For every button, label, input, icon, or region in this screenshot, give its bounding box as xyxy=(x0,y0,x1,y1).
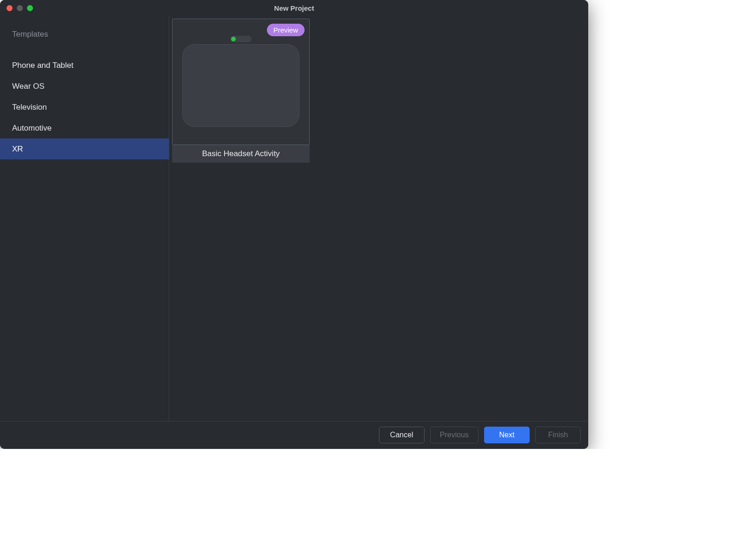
sidebar-item-label: Television xyxy=(12,103,47,112)
template-card-basic-headset-activity[interactable]: Preview Basic Headset Activity xyxy=(172,19,310,163)
headset-pill-icon xyxy=(230,36,252,42)
sidebar-item-label: XR xyxy=(12,145,23,154)
close-icon[interactable] xyxy=(7,5,13,11)
minimize-icon[interactable] xyxy=(17,5,23,11)
window-title: New Project xyxy=(0,4,588,12)
titlebar: New Project xyxy=(0,0,588,16)
sidebar-item-wear-os[interactable]: Wear OS xyxy=(0,76,169,97)
templates-grid: Preview Basic Headset Activity xyxy=(172,19,585,163)
sidebar-item-label: Automotive xyxy=(12,124,52,133)
sidebar-heading: Templates xyxy=(0,30,169,39)
next-button[interactable]: Next xyxy=(484,427,530,443)
cancel-button[interactable]: Cancel xyxy=(379,427,425,443)
template-preview: Preview xyxy=(172,19,310,145)
sidebar-item-xr[interactable]: XR xyxy=(0,138,169,159)
sidebar-item-television[interactable]: Television xyxy=(0,97,169,118)
footer: Cancel Previous Next Finish xyxy=(0,421,588,449)
finish-button: Finish xyxy=(535,427,581,443)
sidebar: Templates Phone and Tablet Wear OS Telev… xyxy=(0,16,169,421)
headset-screen-icon xyxy=(182,44,299,127)
traffic-lights xyxy=(0,5,33,11)
headset-mock-icon xyxy=(182,36,299,127)
template-title: Basic Headset Activity xyxy=(172,145,310,163)
sidebar-item-label: Wear OS xyxy=(12,82,45,91)
sidebar-item-phone-and-tablet[interactable]: Phone and Tablet xyxy=(0,55,169,76)
sidebar-item-automotive[interactable]: Automotive xyxy=(0,118,169,138)
new-project-window: New Project Templates Phone and Tablet W… xyxy=(0,0,588,449)
window-body: Templates Phone and Tablet Wear OS Telev… xyxy=(0,16,588,421)
sidebar-item-label: Phone and Tablet xyxy=(12,61,73,70)
templates-area: Preview Basic Headset Activity xyxy=(169,16,588,421)
zoom-icon[interactable] xyxy=(27,5,33,11)
preview-badge: Preview xyxy=(267,24,305,36)
previous-button: Previous xyxy=(430,427,478,443)
